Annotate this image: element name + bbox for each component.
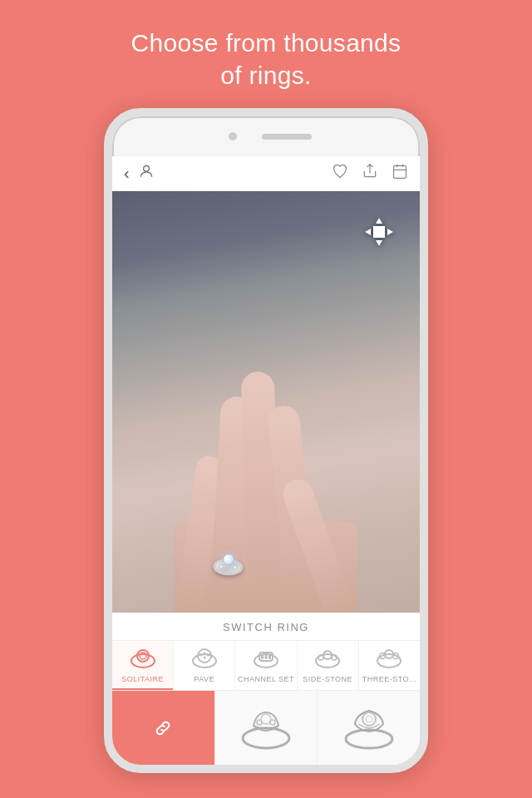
svg-point-14 <box>193 654 216 667</box>
svg-rect-2 <box>394 165 406 178</box>
ring-thumb-2-image <box>336 697 402 759</box>
ring-thumb-1-image <box>233 697 299 759</box>
svg-point-38 <box>362 712 376 726</box>
front-camera <box>229 132 237 140</box>
share-icon[interactable] <box>362 163 378 184</box>
svg-point-0 <box>143 165 149 171</box>
svg-point-12 <box>137 650 149 662</box>
svg-marker-9 <box>387 229 393 235</box>
side-stone-icon <box>313 648 342 672</box>
ring-thumb-2[interactable] <box>318 691 420 765</box>
svg-point-34 <box>261 714 271 724</box>
svg-point-18 <box>206 654 209 657</box>
ring-type-side-stone[interactable]: SIDE-STONE <box>298 641 359 690</box>
ring-thumbnails <box>112 690 420 765</box>
svg-point-19 <box>203 657 205 659</box>
svg-point-17 <box>203 653 205 655</box>
ring-type-selector: SOLITAIRE PAVE <box>112 640 420 690</box>
ring-thumb-linked[interactable] <box>112 691 215 765</box>
pave-label: PAVE <box>194 675 214 683</box>
ring-type-pave[interactable]: PAVE <box>174 641 235 690</box>
bottom-panel: SWITCH RING SOLITAIRE <box>112 613 420 765</box>
hand-background <box>112 191 420 613</box>
svg-marker-8 <box>365 229 371 235</box>
svg-point-39 <box>366 716 372 722</box>
svg-point-29 <box>377 654 401 667</box>
svg-rect-10 <box>373 226 385 238</box>
phone-frame: ‹ <box>104 108 428 773</box>
back-button[interactable]: ‹ <box>124 164 130 183</box>
channel-set-label: CHANNEL SET <box>238 675 294 683</box>
svg-rect-23 <box>265 654 268 659</box>
svg-point-15 <box>198 649 211 663</box>
svg-marker-7 <box>376 240 382 246</box>
volume-down-button <box>104 268 105 301</box>
switch-ring-label: SWITCH RING <box>112 613 420 640</box>
link-icon <box>145 710 181 746</box>
page-title: Choose from thousands of rings. <box>131 27 401 91</box>
solitaire-label: SOLITAIRE <box>121 675 164 683</box>
channel-set-icon <box>252 648 280 672</box>
ring-thumb-1[interactable] <box>215 691 318 765</box>
three-stone-label: THREE-STO... <box>362 675 416 683</box>
top-nav: ‹ <box>112 156 420 191</box>
solitaire-icon <box>129 648 157 672</box>
ring-type-channel-set[interactable]: CHANNEL SET <box>235 641 297 690</box>
speaker <box>262 134 312 140</box>
ring-display-area[interactable] <box>112 191 420 613</box>
svg-point-16 <box>200 654 202 657</box>
ring-type-three-stone[interactable]: THREE-STO... <box>359 641 420 690</box>
svg-rect-24 <box>268 654 271 659</box>
heart-icon[interactable] <box>332 163 348 184</box>
svg-point-36 <box>270 720 275 725</box>
svg-marker-6 <box>376 218 382 224</box>
svg-point-37 <box>346 730 392 748</box>
move-icon[interactable] <box>362 214 397 257</box>
three-stone-icon <box>375 648 403 672</box>
svg-rect-22 <box>261 654 264 659</box>
volume-up-button <box>104 224 105 258</box>
calendar-icon[interactable] <box>392 163 408 184</box>
power-button <box>427 245 428 295</box>
user-icon[interactable] <box>138 163 155 184</box>
side-stone-label: SIDE-STONE <box>303 675 352 683</box>
pave-icon <box>190 648 219 672</box>
ring-type-solitaire[interactable]: SOLITAIRE <box>112 641 174 690</box>
phone-top-bar <box>112 116 420 156</box>
svg-point-35 <box>257 720 262 725</box>
phone-screen: ‹ <box>112 156 420 765</box>
